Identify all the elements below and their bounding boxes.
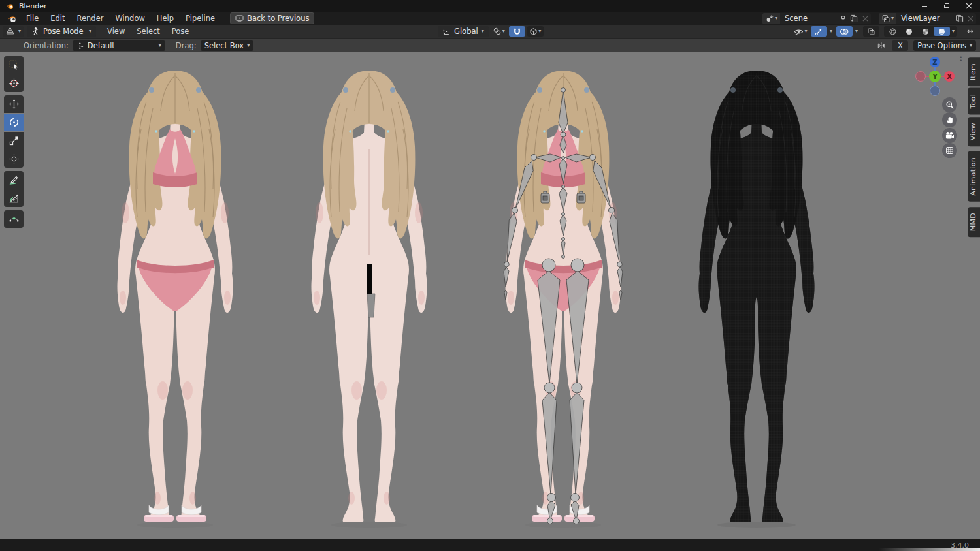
- viewport-menu-view[interactable]: View: [101, 25, 131, 38]
- maximize-button[interactable]: [936, 0, 958, 12]
- mirror-x-toggle[interactable]: X: [892, 40, 908, 51]
- drag-mode-dropdown[interactable]: Select Box ▾: [201, 40, 254, 51]
- xray-toggle-button[interactable]: [863, 26, 879, 37]
- object-visibility-button[interactable]: ▾: [792, 26, 809, 37]
- tool-select-box[interactable]: [4, 56, 24, 74]
- move-icon: [8, 99, 20, 110]
- new-scene-icon[interactable]: [849, 13, 860, 24]
- viewport-menu-select[interactable]: Select: [131, 25, 165, 38]
- blender-menu-icon[interactable]: [4, 13, 20, 24]
- gizmo-axis-x-negative[interactable]: [916, 72, 926, 82]
- model-textured-nude[interactable]: [312, 71, 427, 528]
- new-viewlayer-icon[interactable]: [954, 13, 965, 24]
- orientation-default-dropdown[interactable]: Default ▾: [73, 40, 165, 51]
- menu-window[interactable]: Window: [109, 12, 150, 25]
- tab-mmd[interactable]: MMD: [968, 207, 980, 237]
- scene-name[interactable]: Scene: [780, 14, 838, 23]
- tool-measure[interactable]: [4, 189, 24, 207]
- show-overlays-button[interactable]: [836, 26, 853, 37]
- menu-help[interactable]: Help: [151, 12, 180, 25]
- pose-options-dropdown[interactable]: Pose Options ▾: [913, 40, 976, 51]
- viewlayer-name[interactable]: ViewLayer: [896, 14, 954, 23]
- viewlayer-selector[interactable]: ▾ ViewLayer: [879, 13, 976, 24]
- editor-3d-viewport-icon: [5, 27, 15, 36]
- mode-label: Pose Mode: [43, 27, 84, 36]
- orientation-default-value: Default: [88, 41, 115, 50]
- orientation-default-icon: [76, 42, 84, 50]
- navigation-gizmo[interactable]: Z Y X: [914, 55, 956, 97]
- scene-browse-button[interactable]: ▾: [762, 13, 780, 24]
- close-button[interactable]: [958, 0, 980, 12]
- zoom-view-button[interactable]: [942, 97, 957, 112]
- tool-move[interactable]: [4, 95, 24, 113]
- tool-annotate[interactable]: [4, 171, 24, 189]
- pose-mode-icon: [31, 27, 40, 36]
- tab-item[interactable]: Item: [968, 57, 980, 86]
- tab-tool[interactable]: Tool: [968, 88, 980, 115]
- transform-controls: Global ▾ ▾: [438, 25, 544, 38]
- material-sphere-icon: [921, 27, 930, 36]
- tab-view[interactable]: View: [968, 117, 980, 146]
- transform-icon: [8, 153, 20, 165]
- gizmo-axis-z-negative[interactable]: [930, 86, 940, 96]
- show-gizmo-button[interactable]: [811, 26, 827, 37]
- tool-cursor[interactable]: [4, 74, 24, 92]
- region-resize-handle[interactable]: ••: [959, 56, 962, 63]
- mirror-x-label: X: [898, 41, 903, 50]
- viewlayer-browse-button[interactable]: ▾: [879, 13, 896, 24]
- editor-type-button[interactable]: ▾: [3, 26, 24, 37]
- gizmo-y-label: Y: [932, 73, 938, 80]
- pivot-point-button[interactable]: ▾: [491, 26, 507, 37]
- menu-render[interactable]: Render: [71, 12, 110, 25]
- viewport-display-controls: ▾ ▾ ▾: [792, 25, 978, 38]
- shading-rendered-button[interactable]: [934, 27, 950, 36]
- viewport-3d[interactable]: Z Y X: [0, 52, 980, 539]
- tool-transform[interactable]: [4, 150, 24, 168]
- annotate-icon: [8, 174, 20, 185]
- toggle-perspective-button[interactable]: [942, 143, 957, 158]
- mode-selector[interactable]: Pose Mode ▾: [27, 26, 96, 37]
- model-armature-pose[interactable]: [504, 71, 623, 528]
- back-to-previous-button[interactable]: Back to Previous: [230, 12, 314, 24]
- snap-toggle-button[interactable]: [509, 26, 525, 37]
- blender-window: Blender File Edit Render Window Help Pip…: [0, 0, 980, 551]
- gizmo-icon: [815, 27, 823, 36]
- rotate-icon: [8, 117, 20, 128]
- viewport-menu-pose[interactable]: Pose: [166, 25, 195, 38]
- shading-solid-button[interactable]: [901, 27, 917, 36]
- menu-edit[interactable]: Edit: [44, 12, 71, 25]
- mirror-icon[interactable]: [873, 40, 889, 51]
- tool-scale[interactable]: [4, 132, 24, 150]
- shading-wireframe-button[interactable]: [885, 27, 901, 36]
- model-textured-clothed[interactable]: [118, 71, 233, 528]
- status-bar: 3.4.0: [0, 539, 980, 551]
- title-bar: Blender: [0, 0, 980, 12]
- viewlayer-icon: [881, 14, 890, 23]
- workspace-back-icon: [235, 15, 244, 22]
- pan-view-button[interactable]: [942, 112, 957, 127]
- pin-icon[interactable]: [838, 13, 849, 24]
- tab-animation[interactable]: Animation: [968, 151, 980, 202]
- camera-view-button[interactable]: [942, 128, 957, 143]
- snap-target-button[interactable]: ▾: [527, 26, 544, 37]
- minimize-button[interactable]: [913, 0, 936, 12]
- solid-sphere-icon: [905, 27, 913, 36]
- model-wireframe[interactable]: [688, 67, 825, 531]
- scene-selector[interactable]: ▾ Scene: [762, 13, 871, 24]
- top-bar: File Edit Render Window Help Pipeline Ba…: [0, 12, 980, 25]
- header-overflow-icon[interactable]: [962, 26, 978, 37]
- gizmo-x-label: X: [947, 73, 952, 80]
- viewport-header: ▾ Pose Mode ▾ View Select Pose Global ▾: [0, 25, 980, 38]
- sidebar-tabs: Item Tool View Animation MMD: [968, 57, 980, 239]
- shading-material-button[interactable]: [917, 27, 934, 36]
- menu-file[interactable]: File: [20, 12, 44, 25]
- tool-rotate[interactable]: [4, 114, 24, 131]
- shading-mode-group: ▾: [884, 26, 957, 37]
- orientation-field-label: Orientation:: [24, 41, 69, 50]
- wireframe-sphere-icon: [889, 27, 897, 36]
- tool-pose-breakdowner[interactable]: [4, 210, 24, 228]
- rendered-sphere-icon: [938, 27, 946, 36]
- menu-pipeline[interactable]: Pipeline: [180, 12, 221, 25]
- back-to-previous-label: Back to Previous: [247, 14, 309, 23]
- transform-orientation-selector[interactable]: Global ▾: [438, 26, 489, 37]
